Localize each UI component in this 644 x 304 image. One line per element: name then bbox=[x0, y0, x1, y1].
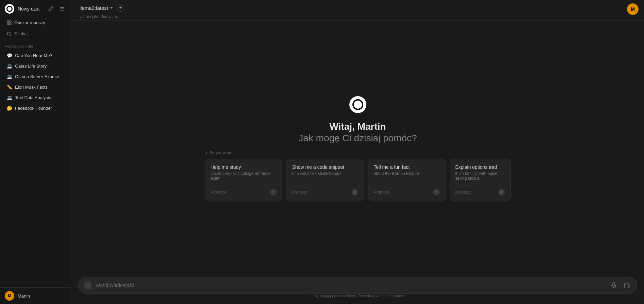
model-selector-button[interactable]: llama3:latest bbox=[78, 4, 114, 12]
logo-icon bbox=[5, 4, 14, 14]
chat-item-label: Can You Hear Me? bbox=[15, 53, 52, 58]
greeting-subtitle: Jak mogę Ci dzisiaj pomóc? bbox=[298, 133, 417, 144]
set-default-label: Ustaw jako domyślne bbox=[78, 14, 119, 19]
chat-item-label: Ollama Server Expose bbox=[15, 74, 59, 79]
menu-icon[interactable] bbox=[58, 5, 66, 13]
new-chat-label: Nowy czat bbox=[18, 6, 43, 12]
prompt-label: Promopt bbox=[292, 190, 308, 195]
card-arrow-icon: ↑ bbox=[433, 189, 440, 196]
sidebar: Nowy czat Obszar roboczy Szukaj bbox=[0, 0, 71, 304]
suggestion-card-0[interactable]: Help me study vocabulary for a college e… bbox=[205, 159, 282, 201]
card-prompt-row: Promopt ↑ bbox=[211, 182, 277, 196]
suggestion-card-1[interactable]: Show me a code snippet of a website's st… bbox=[286, 159, 364, 201]
section-label: Poprzednie 7 dni bbox=[0, 40, 71, 50]
message-input[interactable] bbox=[95, 283, 606, 288]
microphone-icon[interactable] bbox=[609, 281, 619, 290]
prompt-label: Promopt bbox=[455, 190, 471, 195]
card-subtitle: vocabulary for a college entrance exam bbox=[211, 171, 277, 181]
suggested-section: Sugerowane Help me study vocabulary for … bbox=[205, 150, 511, 201]
card-arrow-icon: ↑ bbox=[270, 189, 277, 196]
add-model-button[interactable]: + bbox=[117, 4, 124, 12]
headphone-icon[interactable] bbox=[622, 281, 631, 290]
svg-rect-3 bbox=[7, 21, 9, 22]
prompt-label: Promopt bbox=[374, 190, 389, 195]
svg-rect-12 bbox=[628, 286, 629, 287]
workspace-button[interactable]: Obszar roboczy bbox=[2, 18, 69, 28]
chat-icon: ✏️ bbox=[7, 85, 12, 90]
chat-item-label: Gates Life Story bbox=[15, 64, 47, 69]
workspace-label: Obszar roboczy bbox=[14, 20, 45, 25]
greeting-block: Witaj, Martin Jak mogę Ci dzisiaj pomóc? bbox=[298, 121, 417, 144]
model-name: llama3:latest bbox=[80, 5, 108, 11]
card-title: Show me a code snippet bbox=[292, 164, 358, 170]
sidebar-item-can-you-hear[interactable]: 💬 Can You Hear Me? bbox=[2, 51, 69, 60]
chat-icon: 💻 bbox=[7, 95, 12, 100]
card-prompt-row: Promopt ↑ bbox=[455, 182, 505, 196]
topbar: llama3:latest + Ustaw jako domyślne bbox=[71, 0, 644, 21]
svg-rect-11 bbox=[624, 286, 625, 287]
svg-rect-9 bbox=[613, 283, 615, 286]
sidebar-item-text-data[interactable]: 💻 Text Data Analysis bbox=[2, 93, 69, 103]
svg-rect-4 bbox=[10, 21, 11, 22]
card-subtitle: about the Roman Empire bbox=[374, 171, 440, 176]
suggestion-card-2[interactable]: Tell me a fun fact about the Roman Empir… bbox=[368, 159, 446, 201]
sidebar-item-elon-musk[interactable]: ✏️ Elon Musk Facts bbox=[2, 82, 69, 92]
input-bar-container: + LLMy mogą popełniać błędy. Zweryfikuj … bbox=[71, 273, 644, 304]
sidebar-header: Nowy czat bbox=[0, 0, 71, 18]
suggestion-card-3[interactable]: Explain options trad if I'm familiar wit… bbox=[450, 159, 511, 201]
cards-row: Help me study vocabulary for a college e… bbox=[205, 159, 511, 201]
greeting-title: Witaj, Martin bbox=[298, 121, 417, 132]
center-content: Witaj, Martin Jak mogę Ci dzisiaj pomóc?… bbox=[71, 21, 644, 304]
card-prompt-row: Promopt ↑ bbox=[292, 182, 358, 196]
card-arrow-icon: ↑ bbox=[351, 189, 358, 196]
chat-item-label: Elon Musk Facts bbox=[15, 85, 48, 90]
input-bar: + bbox=[78, 277, 637, 294]
sidebar-item-gates-life[interactable]: 💻 Gates Life Story bbox=[2, 61, 69, 71]
card-subtitle: if I'm familiar with buyin selling stock… bbox=[455, 171, 505, 181]
attach-button[interactable]: + bbox=[84, 281, 92, 289]
card-title: Help me study bbox=[211, 164, 277, 170]
search-placeholder: Szukaj bbox=[14, 31, 28, 36]
top-right-avatar-area: M bbox=[627, 3, 639, 15]
chat-icon: 🤔 bbox=[7, 106, 12, 111]
avatar: M bbox=[5, 291, 14, 301]
chat-icon: 💻 bbox=[7, 74, 12, 79]
prompt-label: Promopt bbox=[211, 190, 226, 195]
chat-icon: 💻 bbox=[7, 64, 12, 69]
suggested-label: Sugerowane bbox=[205, 150, 511, 155]
sidebar-item-ollama-server[interactable]: 💻 Ollama Server Expose bbox=[2, 72, 69, 82]
chat-icon: 💬 bbox=[7, 53, 12, 58]
topbar-row: llama3:latest + bbox=[78, 4, 124, 12]
chat-item-label: Text Data Analysis bbox=[15, 95, 51, 100]
card-arrow-icon: ↑ bbox=[498, 189, 505, 196]
svg-rect-5 bbox=[7, 23, 9, 25]
chat-item-label: Facebook Founder bbox=[15, 106, 52, 111]
oi-logo-large bbox=[349, 96, 366, 113]
card-prompt-row: Promopt ↑ bbox=[374, 182, 440, 196]
svg-line-8 bbox=[10, 35, 12, 36]
user-name: Martin bbox=[18, 293, 30, 299]
sidebar-item-facebook-founder[interactable]: 🤔 Facebook Founder bbox=[2, 103, 69, 113]
bottom-notice: LLMy mogą popełniać błędy. Zweryfikuj wa… bbox=[78, 294, 637, 299]
top-right-user-avatar[interactable]: M bbox=[627, 3, 639, 15]
card-subtitle: of a website's sticky header bbox=[292, 171, 358, 176]
edit-icon[interactable] bbox=[47, 5, 55, 13]
card-title: Tell me a fun fact bbox=[374, 164, 440, 170]
main-panel: M llama3:latest + Ustaw jako domyślne Wi… bbox=[71, 0, 644, 304]
svg-rect-6 bbox=[10, 23, 11, 25]
chevron-down-icon bbox=[110, 7, 113, 9]
card-title: Explain options trad bbox=[455, 164, 505, 170]
search-bar[interactable]: Szukaj bbox=[2, 29, 69, 39]
user-profile[interactable]: M Martin bbox=[0, 287, 71, 304]
